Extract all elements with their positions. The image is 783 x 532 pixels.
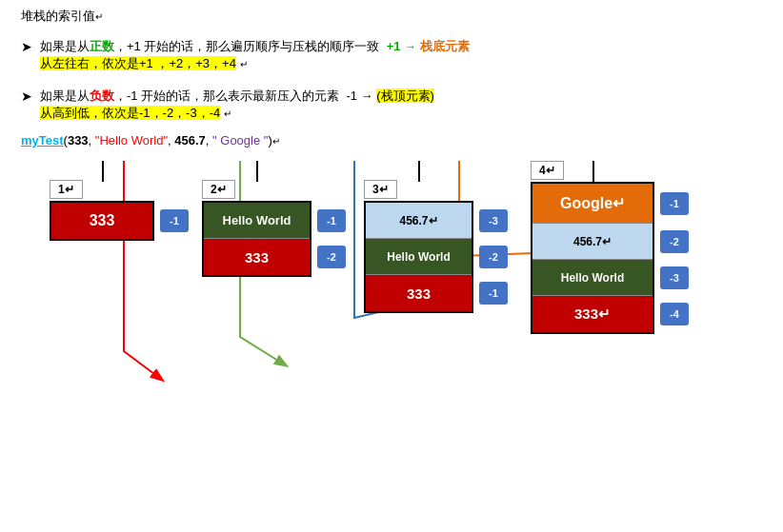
- bullet1-sub-end: ↵: [240, 56, 248, 70]
- col2-badge-neg1: -1: [317, 209, 346, 232]
- arg1: 333: [68, 133, 89, 148]
- bullet1-sub: 从左往右，依次是+1 ，+2，+3，+4: [40, 56, 236, 70]
- col4-cell-helloworld: Hello World -3: [532, 260, 652, 296]
- bullet-arrow-1: ➤: [21, 39, 32, 54]
- stack-bottom-label: 栈底元素: [420, 39, 470, 53]
- stack-top-label: (栈顶元素): [376, 89, 434, 103]
- stack-col-2: 2↵ Hello World -1 333 -2: [202, 180, 311, 277]
- function-name: myTest: [21, 133, 64, 148]
- diagram-area: 1↵ 333 -1 2↵ Hello World -1 333 -2: [21, 161, 783, 418]
- bullet1-text: 如果是从正数，+1 开始的话，那么遍历顺序与压栈的顺序一致 +1 → 栈底元素: [40, 39, 470, 53]
- col4-badge-neg4: -4: [660, 303, 689, 325]
- vline2: [256, 161, 258, 182]
- bullet-item-2: ➤ 如果是从负数，-1 开始的话，那么表示最新压入的元素 -1 → (栈顶元素)…: [21, 88, 772, 122]
- col2-cell-helloworld: Hello World -1: [204, 203, 310, 239]
- col4-cell-333: 333↵ -4: [532, 296, 652, 332]
- vline3: [418, 161, 420, 182]
- stack-col-3: 3↵ 456.7↵ -3 Hello World -2 333 -1: [364, 180, 473, 313]
- col4-cell-4567: 456.7↵ -2: [532, 224, 652, 260]
- bullet2-sub: 从高到低，依次是-1，-2，-3，-4: [40, 106, 220, 120]
- code-line: myTest(333, "Hello World", 456.7, " Goog…: [21, 133, 772, 148]
- keyword-positive: 正数: [90, 39, 114, 53]
- col3-badge-neg1: -3: [479, 209, 508, 232]
- bullet-arrow-2: ➤: [21, 89, 32, 104]
- col3-badge-neg2: -2: [479, 246, 508, 268]
- bullet2-sub-end: ↵: [224, 106, 231, 120]
- arrow-positive: +1 →: [387, 39, 416, 53]
- vline1: [102, 161, 104, 182]
- col4-badge-neg1: -1: [660, 192, 689, 215]
- bullet2-text: 如果是从负数，-1 开始的话，那么表示最新压入的元素 -1 → (栈顶元素): [40, 89, 434, 103]
- keyword-negative: 负数: [90, 89, 114, 103]
- col2-badge-neg2: -2: [317, 246, 346, 268]
- col1-badge-neg1: -1: [160, 209, 189, 232]
- col3-cell-333: 333 -1: [366, 275, 472, 311]
- col4-badge-neg2: -2: [660, 230, 689, 253]
- col3-badge-neg3: -1: [479, 282, 508, 305]
- arg3: 456.7: [174, 133, 206, 148]
- col2-label: 2↵: [202, 180, 235, 199]
- arg2: "Hello World": [95, 133, 168, 148]
- col3-cell-4567: 456.7↵ -3: [366, 203, 472, 239]
- vline4: [592, 161, 594, 182]
- col4-label: 4↵: [531, 161, 564, 180]
- content-block: 堆栈的索引值↵ ➤ 如果是从正数，+1 开始的话，那么遍历顺序与压栈的顺序一致 …: [11, 8, 772, 418]
- bullet-item-1: ➤ 如果是从正数，+1 开始的话，那么遍历顺序与压栈的顺序一致 +1 → 栈底元…: [21, 38, 772, 72]
- col4-badge-neg3: -3: [660, 266, 689, 289]
- col3-cell-helloworld: Hello World -2: [366, 239, 472, 275]
- arrow-negative: -1 →: [346, 89, 372, 103]
- col2-cell-333: 333 -2: [204, 239, 310, 275]
- col3-label: 3↵: [364, 180, 397, 199]
- col1-label: 1↵: [50, 180, 83, 199]
- arg4: " Google ": [212, 133, 268, 148]
- col4-cell-google: Google↵ -1: [532, 184, 652, 224]
- col1-cell-333: 333 -1: [51, 203, 152, 239]
- section-title: 堆栈的索引值↵: [21, 8, 772, 25]
- stack-col-4: 4↵ Google↵ -1 456.7↵ -2 Hello World -3 3…: [531, 161, 654, 334]
- stack-col-1: 1↵ 333 -1: [50, 180, 154, 241]
